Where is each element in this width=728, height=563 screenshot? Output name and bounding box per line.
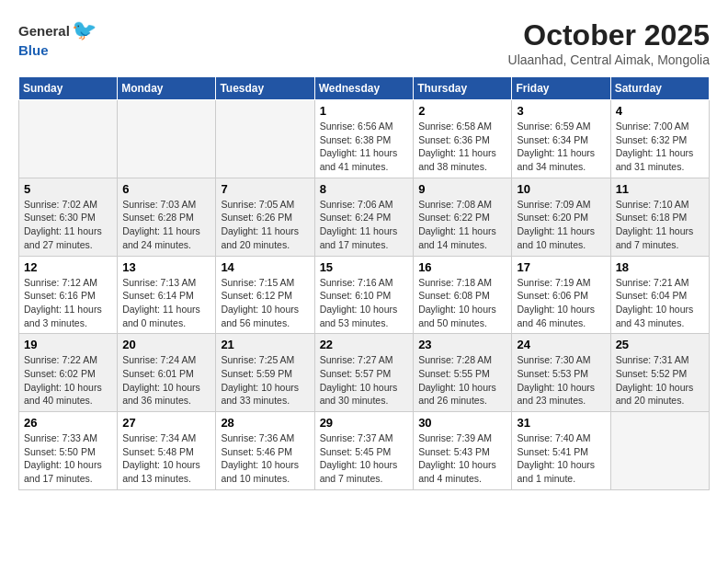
day-number: 9	[418, 182, 506, 196]
day-info: Sunrise: 7:28 AM Sunset: 5:55 PM Dayligh…	[418, 353, 506, 408]
calendar-cell: 17Sunrise: 7:19 AM Sunset: 6:06 PM Dayli…	[512, 256, 610, 334]
weekday-header-saturday: Saturday	[610, 77, 709, 100]
calendar-cell: 28Sunrise: 7:36 AM Sunset: 5:46 PM Dayli…	[216, 412, 314, 490]
day-info: Sunrise: 7:15 AM Sunset: 6:12 PM Dayligh…	[221, 276, 309, 330]
calendar-cell: 7Sunrise: 7:05 AM Sunset: 6:26 PM Daylig…	[216, 178, 314, 256]
day-number: 17	[517, 260, 605, 274]
day-info: Sunrise: 7:40 AM Sunset: 5:41 PM Dayligh…	[517, 431, 605, 486]
calendar-cell: 20Sunrise: 7:24 AM Sunset: 6:01 PM Dayli…	[118, 334, 216, 412]
weekday-header-sunday: Sunday	[19, 77, 118, 100]
calendar-week-row: 26Sunrise: 7:33 AM Sunset: 5:50 PM Dayli…	[19, 412, 710, 490]
calendar-cell: 18Sunrise: 7:21 AM Sunset: 6:04 PM Dayli…	[610, 256, 709, 334]
day-number: 21	[221, 338, 309, 351]
day-number: 7	[221, 182, 309, 196]
day-info: Sunrise: 7:31 AM Sunset: 5:52 PM Dayligh…	[616, 353, 704, 408]
day-number: 20	[122, 338, 210, 351]
day-info: Sunrise: 7:30 AM Sunset: 5:53 PM Dayligh…	[517, 353, 605, 408]
day-number: 1	[320, 104, 409, 118]
day-info: Sunrise: 6:59 AM Sunset: 6:34 PM Dayligh…	[517, 120, 605, 174]
day-info: Sunrise: 6:56 AM Sunset: 6:38 PM Dayligh…	[320, 120, 409, 174]
location-subtitle: Ulaanhad, Central Aimak, Mongolia	[508, 52, 710, 67]
day-number: 15	[320, 260, 409, 274]
calendar-cell	[118, 100, 216, 178]
logo: General 🐦 Blue	[18, 18, 97, 58]
day-number: 24	[517, 338, 605, 351]
logo-bird-icon: 🐦	[72, 18, 97, 42]
day-info: Sunrise: 6:58 AM Sunset: 6:36 PM Dayligh…	[418, 120, 506, 174]
day-number: 10	[517, 182, 605, 196]
day-number: 25	[616, 338, 704, 351]
calendar-cell: 25Sunrise: 7:31 AM Sunset: 5:52 PM Dayli…	[610, 334, 709, 412]
calendar-cell: 15Sunrise: 7:16 AM Sunset: 6:10 PM Dayli…	[314, 256, 414, 334]
day-info: Sunrise: 7:34 AM Sunset: 5:48 PM Dayligh…	[122, 431, 210, 486]
day-number: 19	[24, 338, 112, 351]
day-number: 26	[24, 416, 112, 430]
day-number: 11	[616, 182, 704, 196]
calendar-cell: 27Sunrise: 7:34 AM Sunset: 5:48 PM Dayli…	[118, 412, 216, 490]
day-number: 13	[122, 260, 210, 274]
calendar-cell	[19, 100, 118, 178]
calendar-cell: 10Sunrise: 7:09 AM Sunset: 6:20 PM Dayli…	[512, 178, 610, 256]
calendar-week-row: 5Sunrise: 7:02 AM Sunset: 6:30 PM Daylig…	[19, 178, 710, 256]
day-number: 18	[616, 260, 704, 274]
month-title: October 2025	[508, 18, 710, 52]
calendar-cell: 19Sunrise: 7:22 AM Sunset: 6:02 PM Dayli…	[19, 334, 118, 412]
day-info: Sunrise: 7:21 AM Sunset: 6:04 PM Dayligh…	[616, 276, 704, 330]
calendar-cell: 16Sunrise: 7:18 AM Sunset: 6:08 PM Dayli…	[414, 256, 512, 334]
day-info: Sunrise: 7:39 AM Sunset: 5:43 PM Dayligh…	[418, 431, 506, 486]
calendar-cell: 13Sunrise: 7:13 AM Sunset: 6:14 PM Dayli…	[118, 256, 216, 334]
logo-general-text: General	[18, 23, 70, 39]
day-number: 22	[320, 338, 409, 351]
calendar-cell: 12Sunrise: 7:12 AM Sunset: 6:16 PM Dayli…	[19, 256, 118, 334]
day-info: Sunrise: 7:36 AM Sunset: 5:46 PM Dayligh…	[221, 431, 309, 486]
day-number: 29	[320, 416, 409, 430]
day-number: 6	[122, 182, 210, 196]
calendar-cell: 3Sunrise: 6:59 AM Sunset: 6:34 PM Daylig…	[512, 100, 610, 178]
calendar-cell: 8Sunrise: 7:06 AM Sunset: 6:24 PM Daylig…	[314, 178, 414, 256]
calendar-cell: 6Sunrise: 7:03 AM Sunset: 6:28 PM Daylig…	[118, 178, 216, 256]
day-info: Sunrise: 7:27 AM Sunset: 5:57 PM Dayligh…	[320, 353, 409, 408]
calendar-cell: 14Sunrise: 7:15 AM Sunset: 6:12 PM Dayli…	[216, 256, 314, 334]
page-header: General 🐦 Blue October 2025 Ulaanhad, Ce…	[18, 18, 710, 67]
calendar-header-row: SundayMondayTuesdayWednesdayThursdayFrid…	[19, 77, 710, 100]
day-info: Sunrise: 7:25 AM Sunset: 5:59 PM Dayligh…	[221, 353, 309, 408]
day-number: 5	[24, 182, 112, 196]
day-info: Sunrise: 7:33 AM Sunset: 5:50 PM Dayligh…	[24, 431, 112, 486]
day-info: Sunrise: 7:37 AM Sunset: 5:45 PM Dayligh…	[320, 431, 409, 486]
calendar-cell: 9Sunrise: 7:08 AM Sunset: 6:22 PM Daylig…	[414, 178, 512, 256]
weekday-header-wednesday: Wednesday	[314, 77, 414, 100]
day-number: 8	[320, 182, 409, 196]
calendar-cell: 26Sunrise: 7:33 AM Sunset: 5:50 PM Dayli…	[19, 412, 118, 490]
day-info: Sunrise: 7:09 AM Sunset: 6:20 PM Dayligh…	[517, 198, 605, 252]
day-number: 27	[122, 416, 210, 430]
day-number: 31	[517, 416, 605, 430]
day-number: 14	[221, 260, 309, 274]
weekday-header-tuesday: Tuesday	[216, 77, 314, 100]
day-number: 2	[418, 104, 506, 118]
day-number: 28	[221, 416, 309, 430]
calendar-cell: 22Sunrise: 7:27 AM Sunset: 5:57 PM Dayli…	[314, 334, 414, 412]
day-info: Sunrise: 7:08 AM Sunset: 6:22 PM Dayligh…	[418, 198, 506, 252]
day-info: Sunrise: 7:19 AM Sunset: 6:06 PM Dayligh…	[517, 276, 605, 330]
calendar-week-row: 19Sunrise: 7:22 AM Sunset: 6:02 PM Dayli…	[19, 334, 710, 412]
calendar-cell: 1Sunrise: 6:56 AM Sunset: 6:38 PM Daylig…	[314, 100, 414, 178]
calendar-cell: 31Sunrise: 7:40 AM Sunset: 5:41 PM Dayli…	[512, 412, 610, 490]
title-block: October 2025 Ulaanhad, Central Aimak, Mo…	[508, 18, 710, 67]
calendar-table: SundayMondayTuesdayWednesdayThursdayFrid…	[18, 76, 710, 490]
calendar-week-row: 12Sunrise: 7:12 AM Sunset: 6:16 PM Dayli…	[19, 256, 710, 334]
calendar-cell: 2Sunrise: 6:58 AM Sunset: 6:36 PM Daylig…	[414, 100, 512, 178]
day-number: 23	[418, 338, 506, 351]
calendar-cell	[216, 100, 314, 178]
day-info: Sunrise: 7:02 AM Sunset: 6:30 PM Dayligh…	[24, 198, 112, 252]
calendar-cell: 5Sunrise: 7:02 AM Sunset: 6:30 PM Daylig…	[19, 178, 118, 256]
day-number: 30	[418, 416, 506, 430]
day-info: Sunrise: 7:18 AM Sunset: 6:08 PM Dayligh…	[418, 276, 506, 330]
day-number: 4	[616, 104, 704, 118]
calendar-cell: 21Sunrise: 7:25 AM Sunset: 5:59 PM Dayli…	[216, 334, 314, 412]
calendar-week-row: 1Sunrise: 6:56 AM Sunset: 6:38 PM Daylig…	[19, 100, 710, 178]
day-info: Sunrise: 7:16 AM Sunset: 6:10 PM Dayligh…	[320, 276, 409, 330]
calendar-cell: 4Sunrise: 7:00 AM Sunset: 6:32 PM Daylig…	[610, 100, 709, 178]
day-number: 16	[418, 260, 506, 274]
day-info: Sunrise: 7:24 AM Sunset: 6:01 PM Dayligh…	[122, 353, 210, 408]
calendar-cell: 24Sunrise: 7:30 AM Sunset: 5:53 PM Dayli…	[512, 334, 610, 412]
